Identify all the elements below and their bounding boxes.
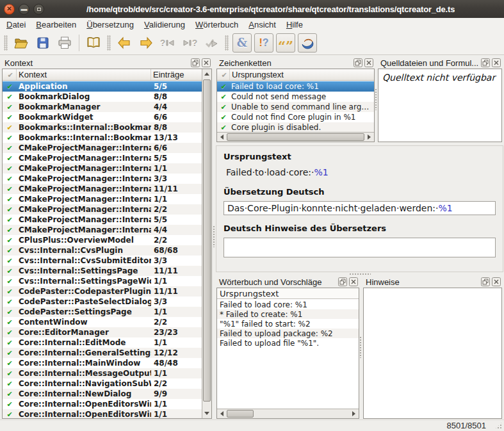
context-row[interactable]: CMakeProjectManager::Internal 1/1 [3, 163, 202, 174]
context-row[interactable]: BookmarkDialog 8/8 [3, 92, 202, 102]
float-panel-button[interactable] [338, 277, 347, 286]
context-row[interactable]: CodePaster::SettingsPage 1/1 [3, 307, 202, 317]
menu-item[interactable]: Datei [1, 19, 31, 31]
context-row[interactable]: Core::Internal::NavigationSubWidget 2/2 [3, 378, 202, 389]
phrase-row[interactable]: * Failed to create: %1 [217, 309, 359, 319]
header-eintraege-column[interactable]: Einträge [151, 69, 202, 80]
header-ursprungstext-column[interactable]: Ursprungstext [230, 69, 374, 80]
context-row[interactable]: Core::Internal::MessageOutputWindow 1/1 [3, 368, 202, 378]
context-row[interactable]: Cvs::Internal::CvsPlugin 68/68 [3, 245, 202, 256]
context-row[interactable]: CodePaster::CodepasterPlugin 11/11 [3, 286, 202, 297]
toolbar-grip[interactable] [107, 35, 111, 51]
phrase-row[interactable]: Failed to load core: %1 [217, 300, 359, 309]
translator-notes-input[interactable] [224, 238, 496, 257]
phrase-row[interactable]: Failed to upload package: %2 [217, 329, 359, 338]
string-row[interactable]: Core plugin is disabled. [217, 122, 374, 132]
menu-item[interactable]: Ansicht [243, 19, 281, 31]
menu-item[interactable]: Hilfe [281, 19, 308, 31]
context-row[interactable]: CPlusPlus::OverviewModel 2/2 [3, 235, 202, 245]
context-row[interactable]: CMakeProjectManager::Internal 5/5 [3, 153, 202, 163]
scrollbar-thumb[interactable] [227, 133, 364, 141]
menu-item[interactable]: Bearbeiten [31, 19, 81, 31]
scrollbar-thumb[interactable] [203, 79, 211, 402]
scroll-left-arrow[interactable] [217, 133, 227, 142]
scroll-right-arrow[interactable] [349, 409, 359, 418]
next-unfinished-button[interactable]: ? [179, 33, 200, 53]
context-row[interactable]: Cvs::Internal::SettingsPageWidget 1/1 [3, 276, 202, 286]
close-panel-button[interactable] [364, 58, 373, 67]
menu-item[interactable]: Validierung [139, 19, 190, 31]
scroll-down-arrow[interactable] [202, 409, 211, 418]
scrollbar-thumb[interactable] [227, 410, 254, 418]
phrases-horizontal-scrollbar[interactable] [217, 409, 359, 418]
window-close-button[interactable]: ✕ [4, 4, 15, 15]
phrase-row[interactable]: Failed to upload file "%1". [217, 338, 359, 348]
phrasebook-button[interactable] [83, 33, 104, 53]
toggle-placemarkers-button[interactable] [298, 33, 317, 53]
prev-unfinished-button[interactable]: ? [158, 33, 178, 53]
context-row[interactable]: BookmarkWidget 6/6 [3, 112, 202, 122]
translation-input[interactable]: Das·Core-Plugin·konnte·nicht·geladen·wer… [224, 201, 496, 215]
context-row[interactable]: CMakeProjectManager::Internal 11/11 [3, 184, 202, 194]
toolbar-grip[interactable] [225, 35, 229, 51]
context-row[interactable]: Core::Internal::OpenEditorsWindow 1/1 [3, 409, 202, 418]
context-row[interactable]: CMakeProjectManager::Internal 2/2 [3, 204, 202, 215]
context-row[interactable]: BookmarkManager 4/4 [3, 102, 202, 112]
context-row[interactable]: CMakeProjectManager::Internal 3/3 [3, 174, 202, 184]
context-row[interactable]: Core::Internal::OpenEditorsWindow 1/1 [3, 399, 202, 409]
resize-grip[interactable] [494, 421, 503, 430]
context-row[interactable]: CMakeProjectManager::Internal 5/5 [3, 215, 202, 225]
prev-button[interactable] [114, 33, 134, 53]
splitter-handle[interactable] [349, 273, 371, 276]
string-row[interactable]: Unable to send command line arg… [217, 102, 374, 112]
phrase-row[interactable]: "%1" failed to start: %2 [217, 319, 359, 329]
scroll-up-arrow[interactable] [202, 69, 211, 79]
float-panel-button[interactable] [354, 58, 362, 67]
context-row[interactable]: Application 5/5 [3, 81, 202, 92]
string-row[interactable]: Failed to load core: %1 [217, 81, 374, 92]
open-file-button[interactable] [11, 33, 31, 53]
context-row[interactable]: Bookmarks::Internal::BookmarkView 13/13 [3, 133, 202, 143]
toggle-accelerators-button[interactable]: & [232, 33, 252, 53]
close-panel-button[interactable] [492, 58, 501, 67]
toggle-punctuation-button[interactable]: !? [254, 33, 273, 53]
done-and-next-button[interactable] [201, 33, 222, 53]
context-row[interactable]: Bookmarks::Internal::BookmarksPlugin 8/8 [3, 122, 202, 133]
close-panel-button[interactable] [202, 58, 211, 67]
menu-item[interactable]: Übersetzung [81, 19, 139, 31]
kontext-vertical-scrollbar[interactable] [202, 69, 211, 418]
context-row[interactable]: CMakeProjectManager::Internal 6/6 [3, 143, 202, 153]
next-button[interactable] [136, 33, 156, 53]
context-row[interactable]: ContentWindow 2/2 [3, 317, 202, 327]
context-row[interactable]: Core::Internal::EditMode 1/1 [3, 337, 202, 348]
context-row[interactable]: Core::EditorManager 23/23 [3, 327, 202, 337]
splitter-handle[interactable] [359, 336, 362, 358]
context-row[interactable]: Cvs::Internal::CvsSubmitEditor 3/3 [3, 256, 202, 266]
zeichenketten-horizontal-scrollbar[interactable] [217, 132, 374, 142]
context-row[interactable]: CMakeProjectManager::Internal 4/4 [3, 225, 202, 235]
context-row[interactable]: Core::Internal::NewDialog 9/9 [3, 389, 202, 399]
context-row[interactable]: CMakeProjectManager::Internal 1/1 [3, 194, 202, 204]
toggle-phrases-button[interactable]: “” [276, 33, 295, 53]
header-check-column[interactable] [217, 69, 230, 80]
context-row[interactable]: Core::Internal::MainWindow 48/48 [3, 358, 202, 368]
save-button[interactable] [33, 33, 53, 53]
scroll-right-arrow[interactable] [364, 133, 374, 142]
float-panel-button[interactable] [191, 58, 200, 67]
string-row[interactable]: Could not find Core plugin in %1 [217, 112, 374, 122]
splitter-handle[interactable] [375, 88, 378, 110]
float-panel-button[interactable] [481, 58, 490, 67]
phrases-header[interactable]: Ursprungstext [217, 288, 359, 299]
context-row[interactable]: Core::Internal::GeneralSettings 12/12 [3, 348, 202, 358]
menu-item[interactable]: Wörterbuch [190, 19, 243, 31]
close-panel-button[interactable] [349, 277, 358, 286]
context-row[interactable]: CodePaster::PasteSelectDialog 3/3 [3, 297, 202, 307]
toolbar-grip[interactable] [4, 35, 8, 51]
float-panel-button[interactable] [481, 277, 490, 286]
string-row[interactable]: Could not send message [217, 92, 374, 102]
splitter-handle[interactable] [213, 225, 216, 247]
window-maximize-button[interactable] [33, 4, 44, 15]
close-panel-button[interactable] [492, 277, 501, 286]
context-row[interactable]: Cvs::Internal::SettingsPage 11/11 [3, 266, 202, 276]
print-button[interactable] [54, 33, 75, 53]
